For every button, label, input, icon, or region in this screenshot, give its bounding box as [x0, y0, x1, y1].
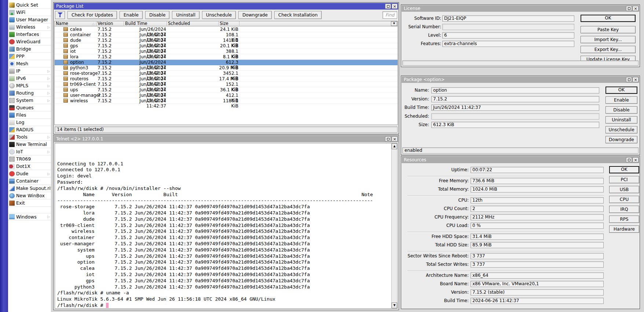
resources-field-cpu[interactable]: 12th	[471, 197, 604, 203]
close-icon[interactable]: ×	[633, 77, 638, 82]
package-option-disable-button[interactable]: Disable	[605, 106, 637, 114]
sidebar-item-queues[interactable]: Queues	[8, 104, 51, 111]
resources-hardware-button[interactable]: Hardware	[609, 225, 639, 233]
license-field-software-id[interactable]: DJ21-EIQP	[442, 15, 574, 22]
maximize-icon[interactable]	[626, 157, 632, 162]
maximize-icon[interactable]	[626, 6, 632, 11]
table-row-container[interactable]: container7.15.2Jun/26/2024 11:42:37108.1…	[55, 32, 398, 38]
resources-rps-button[interactable]: RPS	[609, 216, 639, 223]
check-installation-button[interactable]: Check Installation	[274, 11, 322, 19]
sidebar-item-files[interactable]: Files	[8, 111, 51, 119]
column-header-size[interactable]: Size	[219, 21, 239, 26]
sidebar-item-exit[interactable]: Exit	[8, 199, 51, 207]
sidebar-item-ipv6[interactable]: IPv6▷	[8, 75, 51, 82]
terminal-scrollbar[interactable]: ▲ ▼	[391, 143, 398, 309]
sidebar-item-system[interactable]: System▷	[8, 97, 51, 104]
resources-field-sector-writes-since-reboot[interactable]: 3 737	[471, 253, 604, 259]
uninstall-button[interactable]: Uninstall	[172, 11, 199, 19]
resources-field-architecture-name[interactable]: x86_64	[471, 272, 604, 279]
close-icon[interactable]: ×	[392, 4, 398, 9]
resources-field-free-hdd-space[interactable]: 31.4 MiB	[471, 234, 604, 240]
resources-field-total-sector-writes[interactable]: 3 737	[471, 261, 604, 268]
sidebar-item-radius[interactable]: RADIUS	[8, 126, 51, 133]
table-row-lora[interactable]: lora7.15.2Jun/26/2024 11:42:378.1 KiB	[55, 54, 398, 60]
resources-field-cpu-frequency[interactable]: 2112 MHz	[471, 214, 604, 220]
table-row-tr069-client[interactable]: tr069-client7.15.2Jun/26/2024 11:42:3715…	[55, 82, 398, 87]
package-option-uninstall-button[interactable]: Uninstall	[605, 116, 637, 124]
sidebar-item-ip[interactable]: IP▷	[8, 67, 51, 75]
find-button[interactable]: Find	[383, 11, 397, 19]
sidebar-item-ppp[interactable]: PPP	[8, 53, 51, 60]
package-option-unschedule-button[interactable]: Unschedule	[605, 126, 637, 133]
license-field-serial-number[interactable]	[442, 24, 574, 30]
table-row-iot[interactable]: iot7.15.2Jun/26/2024 11:42:37388.1 KiB	[55, 49, 398, 54]
resources-field-total-memory[interactable]: 1024.0 MiB	[471, 186, 604, 192]
package-option-field-build-time[interactable]: Jun/26/2024 11:42:37	[431, 104, 599, 111]
table-row-routeros[interactable]: routeros7.15.2Jun/26/2024 11:42:3717.4 M…	[55, 76, 398, 82]
table-row-option[interactable]: option7.15.2Jun/26/2024 11:42:37612.3 Ki…	[55, 60, 398, 65]
sidebar-item-interfaces[interactable]: Interfaces	[8, 31, 51, 38]
column-header-build-time[interactable]: Build Time	[124, 21, 167, 26]
close-icon[interactable]: ×	[392, 136, 398, 142]
license-titlebar[interactable]: License ×	[402, 5, 639, 12]
resources-field-cpu-load[interactable]: 0 %	[471, 223, 604, 229]
maximize-icon[interactable]	[626, 77, 632, 82]
resources-pci-button[interactable]: PCI	[609, 176, 639, 183]
sidebar-item-container[interactable]: Container	[8, 177, 51, 185]
enable-button[interactable]: Enable	[120, 11, 143, 19]
sidebar-item-wireless[interactable]: Wireless▷	[8, 23, 51, 31]
package-list-titlebar[interactable]: Package List ×	[54, 3, 398, 10]
column-header-scheduled[interactable]: Scheduled	[167, 21, 219, 26]
scroll-down-icon[interactable]: ▼	[392, 302, 397, 308]
table-row-wireless[interactable]: wireless7.15.2Jun/26/2024 11:42:371180.1…	[55, 98, 398, 104]
sidebar-item-new-terminal[interactable]: New Terminal	[8, 141, 51, 148]
sidebar-item-new-winbox[interactable]: New WinBox	[8, 192, 51, 199]
terminal-area[interactable]: Connecting to 127.0.0.1 Connected to 127…	[55, 143, 391, 309]
resources-field-uptime[interactable]: 00:07:22	[471, 167, 604, 173]
license-paste-key-button[interactable]: Paste Key	[581, 26, 636, 33]
resources-field-cpu-count[interactable]: 2	[471, 206, 604, 212]
resources-titlebar[interactable]: Resources ×	[402, 157, 639, 163]
downgrade-button[interactable]: Downgrade	[238, 11, 272, 19]
scroll-up-icon[interactable]: ▲	[392, 143, 397, 149]
table-row-ups[interactable]: ups7.15.2Jun/26/2024 11:42:3736.1 KiB	[55, 87, 398, 93]
sidebar-item-bridge[interactable]: Bridge	[8, 45, 51, 53]
resources-field-version[interactable]: 7.15.2 (stable)	[471, 289, 604, 296]
resources-field-build-time[interactable]: 2024-06-26 11:42:37	[471, 298, 604, 304]
sidebar-item-mpls[interactable]: MPLS▷	[8, 82, 51, 89]
telnet-titlebar[interactable]: Telnet <2> 127.0.0.1 ×	[54, 136, 398, 142]
package-option-downgrade-button[interactable]: Downgrade	[605, 136, 637, 143]
filter-button[interactable]	[55, 11, 65, 19]
maximize-icon[interactable]	[385, 4, 391, 9]
license-field-features[interactable]: extra-channels	[442, 41, 574, 47]
package-option-titlebar[interactable]: Package <option> ×	[402, 76, 639, 83]
table-row-gps[interactable]: gps7.15.2Jun/26/2024 11:42:3720.1 KiB	[55, 43, 398, 49]
table-row-dude[interactable]: dude7.15.2Jun/26/2024 11:42:371412.1 KiB	[55, 38, 398, 43]
resources-field-free-memory[interactable]: 736.6 MiB	[471, 178, 604, 184]
sidebar-item-wireguard[interactable]: WireGuard	[8, 38, 51, 45]
sidebar-item-log[interactable]: Log	[8, 119, 51, 126]
resources-field-total-hdd-size[interactable]: 85.9 MiB	[471, 242, 604, 248]
table-row-python3[interactable]: python37.15.2Jun/26/2024 11:42:3720.9 Mi…	[55, 65, 398, 71]
column-header-version[interactable]: Version	[96, 21, 124, 26]
sidebar-item-user-manager[interactable]: User Manager	[8, 16, 51, 23]
sidebar-item-mesh[interactable]: Mesh	[8, 60, 51, 67]
maximize-icon[interactable]	[385, 136, 391, 142]
sidebar-item-make-supout-rif[interactable]: Make Supout.rif	[8, 185, 51, 192]
column-select-dropdown[interactable]: ▼	[391, 21, 397, 26]
package-option-enable-button[interactable]: Enable	[605, 96, 637, 104]
column-header-name[interactable]: Name△	[55, 21, 96, 26]
license-ok-button[interactable]: OK	[581, 15, 636, 22]
resources-usb-button[interactable]: USB	[609, 186, 639, 193]
resources-cpu-button[interactable]: CPU	[609, 196, 639, 203]
sidebar-item-tools[interactable]: Tools▷	[8, 133, 51, 141]
table-row-user-manager[interactable]: user-manager7.15.2Jun/26/2024 11:42:3741…	[55, 93, 398, 98]
resources-ok-button[interactable]: OK	[609, 166, 639, 173]
table-row-calea[interactable]: calea7.15.2Jun/26/2024 11:42:3724.1 KiB	[55, 27, 398, 32]
sidebar-item-iot[interactable]: IoT▷	[8, 148, 51, 155]
package-option-ok-button[interactable]: OK	[605, 87, 637, 94]
sidebar-item-routing[interactable]: Routing▷	[8, 89, 51, 97]
sidebar-item-wifi[interactable]: WiFi	[8, 9, 51, 16]
close-icon[interactable]: ×	[633, 6, 638, 11]
license-field-level[interactable]: 6	[442, 32, 574, 38]
